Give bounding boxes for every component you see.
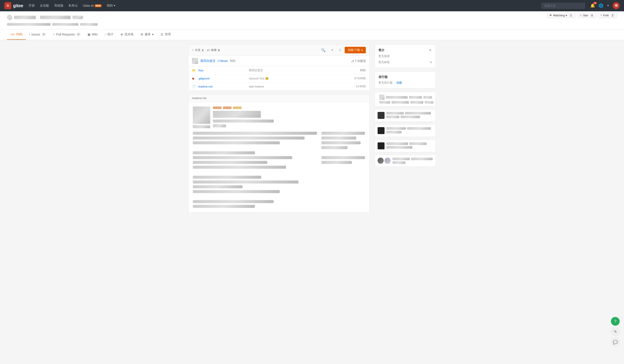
create-release-link[interactable]: 创建 — [396, 81, 402, 84]
file-time-readme: 3小时前 — [348, 84, 366, 88]
activity-row-5 — [378, 158, 433, 164]
readme-left-col — [193, 106, 210, 128]
clone-download-button[interactable]: 克隆/下载 ▾ — [345, 47, 366, 53]
rp5 — [321, 156, 365, 159]
no-releases-text: 暂无发行版， — [378, 81, 395, 84]
rp6 — [321, 161, 352, 164]
activity-content-5 — [392, 158, 433, 164]
file-row: ◆ .gitignore Second Test 🥺 37分钟前 — [188, 74, 369, 82]
act-icon-1 — [379, 95, 385, 100]
a2t4 — [400, 116, 420, 118]
nav-enterprise[interactable]: 企业版 — [40, 4, 49, 8]
watch-label: Watching — [553, 14, 565, 17]
nav-private[interactable]: 私有云 — [69, 4, 78, 8]
eye-icon: 👁 — [549, 14, 552, 17]
rb4 — [193, 151, 255, 154]
a3t3 — [386, 131, 402, 133]
commit-message-link[interactable]: 第四次提交 — [200, 59, 215, 63]
tab-manage[interactable]: ☰ 管理 — [157, 29, 174, 40]
navbar-icons: 🔔 4 🌐 + 萌 — [590, 2, 620, 9]
act-text-3 — [423, 96, 432, 99]
nav-university[interactable]: 高校版 — [54, 4, 63, 8]
watch-button[interactable]: 👁 Watching ▾ 1 — [547, 13, 575, 18]
readme-header: readme.md — [188, 94, 369, 102]
readme-body — [188, 102, 369, 212]
activity-item-5 — [375, 155, 436, 167]
nav-ai[interactable]: Gitee AI NEW — [83, 4, 102, 7]
tab-pipeline[interactable]: ⊕ 流水线 — [117, 29, 137, 40]
file-time-test: 刚刚 — [348, 68, 366, 72]
ai-badge: NEW — [95, 4, 102, 7]
tags-label: 标签 — [211, 48, 217, 52]
commit-hash[interactable]: c7d6aa4 — [218, 59, 228, 62]
tab-code[interactable]: </> 代码 — [7, 29, 26, 40]
av5a — [378, 158, 384, 164]
tab-service[interactable]: ⚙ 服务 ▾ — [137, 29, 157, 40]
av5b — [385, 158, 391, 164]
activity-avatar-4 — [378, 142, 385, 149]
tab-wiki[interactable]: ▦ Wiki — [84, 29, 101, 40]
readme-side-panel — [321, 132, 365, 208]
logo[interactable]: G gitee — [4, 2, 23, 9]
service-dropdown-icon: ▾ — [152, 33, 154, 36]
add-tag-button[interactable]: + — [430, 60, 432, 64]
activity-top-4 — [386, 142, 433, 149]
commit-count-icon: ⎇ — [351, 59, 354, 63]
search-input[interactable] — [542, 3, 585, 9]
add-file-button[interactable]: + — [329, 47, 335, 53]
no-desc-label: 暂无描述 — [378, 54, 432, 58]
fork-button[interactable]: ⑂ Fork 2 — [598, 13, 617, 18]
act-tag-2 — [391, 101, 409, 104]
nav-opensource[interactable]: 开源 — [28, 4, 35, 8]
readme-blur1 — [193, 125, 210, 128]
activity-tags-1 — [379, 101, 433, 104]
file-commit-gitignore: Second Test 🥺 — [249, 77, 346, 80]
activity-avatars-5 — [378, 158, 391, 164]
plus-icon[interactable]: + — [607, 3, 609, 8]
file-name-test[interactable]: Test — [198, 69, 247, 72]
tab-issues[interactable]: ! Issues 0 — [26, 29, 50, 40]
star-button[interactable]: ☆ Star 0 — [577, 13, 597, 18]
watch-count: 1 — [569, 14, 573, 17]
fork-icon: ⑂ — [600, 14, 602, 17]
notification-bell[interactable]: 🔔 4 — [590, 3, 595, 8]
activity-item-1 — [375, 92, 436, 106]
repo-name — [40, 16, 71, 19]
readme-r4 — [213, 124, 226, 127]
branches-count: 2 — [202, 49, 204, 52]
nav-mine[interactable]: 我的 ▾ — [107, 4, 115, 8]
commit-row: 第四次提交 c7d6aa4 刚刚 ⎇ 7 次提交 — [188, 56, 369, 66]
search-files-button[interactable]: 🔍 — [319, 47, 327, 53]
rb3 — [193, 141, 280, 144]
web-ide-button[interactable]: □ — [337, 47, 343, 53]
b1 — [213, 106, 222, 109]
activity-top-5 — [392, 158, 433, 164]
rb13 — [193, 205, 255, 208]
clone-dropdown-icon: ▾ — [361, 49, 363, 52]
spacer4 — [321, 151, 365, 154]
pipeline-icon: ⊕ — [121, 33, 123, 36]
file-name-readme[interactable]: readme.md — [198, 85, 247, 88]
readme-header-label: readme.md — [192, 97, 206, 100]
explore-icon[interactable]: 🌐 — [598, 3, 603, 8]
tab-pulls[interactable]: ⑂ Pull Requests 0 — [50, 29, 84, 40]
file-name-gitignore[interactable]: .gitignore — [198, 77, 247, 80]
edit-intro-button[interactable]: ✎ — [429, 48, 432, 52]
repo-owner-avatar — [7, 15, 12, 20]
avatar[interactable]: 萌 — [613, 2, 620, 9]
file-row: 📄 readme.md add readme 3小时前 — [188, 82, 369, 90]
star-icon: ☆ — [580, 14, 582, 17]
act-text-1 — [386, 96, 408, 99]
a2t3 — [386, 116, 399, 118]
repo-desc-blur — [7, 23, 51, 26]
tab-stats[interactable]: ↑ 统计 — [101, 29, 117, 40]
spacer3 — [193, 195, 317, 198]
a2t2 — [405, 112, 431, 115]
rb1 — [193, 132, 317, 135]
rb9 — [193, 180, 298, 184]
repo-desc-blur3 — [80, 23, 98, 26]
file-commit-readme: add readme — [249, 85, 346, 88]
repo-sidebar: 简介 ✎ 暂无描述 暂无标签 + 发行版 暂无发行版， 创建 — [375, 44, 436, 213]
no-tags-label: 暂无标签 — [378, 60, 390, 64]
repo-header: / 👁 Watching ▾ 1 ☆ Star 0 — [0, 11, 624, 29]
